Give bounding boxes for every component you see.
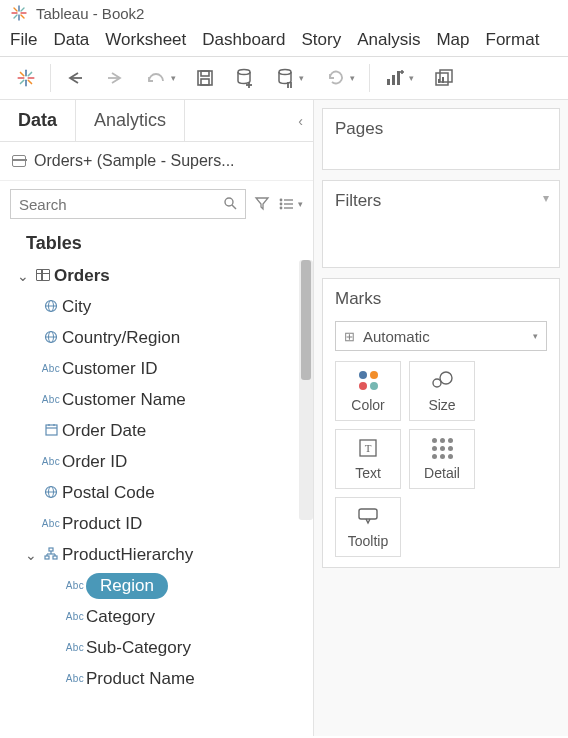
menu-format[interactable]: Format bbox=[486, 30, 540, 50]
svg-point-42 bbox=[280, 207, 283, 210]
mark-detail-button[interactable]: Detail bbox=[409, 429, 475, 489]
save-button[interactable] bbox=[185, 56, 225, 100]
svg-rect-59 bbox=[53, 556, 57, 559]
chevron-down-icon: ▾ bbox=[533, 331, 538, 341]
datasource-name: Orders+ (Sample - Supers... bbox=[34, 152, 235, 170]
menu-data[interactable]: Data bbox=[53, 30, 89, 50]
field-region[interactable]: Abc Region bbox=[0, 570, 313, 601]
field-label: Order ID bbox=[62, 452, 295, 472]
mark-text-label: Text bbox=[355, 465, 381, 481]
field-customer-id[interactable]: Abc Customer ID bbox=[0, 353, 313, 384]
svg-point-40 bbox=[280, 203, 283, 206]
svg-rect-57 bbox=[49, 548, 53, 551]
filters-card[interactable]: Filters ▾ bbox=[322, 180, 560, 268]
field-postal-code[interactable]: Postal Code bbox=[0, 477, 313, 508]
pages-title: Pages bbox=[335, 119, 547, 139]
filters-menu-icon[interactable]: ▾ bbox=[543, 191, 549, 205]
filters-title: Filters bbox=[335, 191, 547, 211]
marks-grid: Color Size T Text Detail Tooltip bbox=[335, 361, 547, 557]
field-order-id[interactable]: Abc Order ID bbox=[0, 446, 313, 477]
svg-point-24 bbox=[279, 70, 291, 75]
mark-type-select[interactable]: ⊞ Automatic ▾ bbox=[335, 321, 547, 351]
svg-rect-20 bbox=[201, 79, 209, 85]
svg-line-12 bbox=[20, 72, 23, 75]
mark-color-label: Color bbox=[351, 397, 384, 413]
chevron-down-icon: ▾ bbox=[299, 73, 304, 83]
field-label: Product ID bbox=[62, 514, 295, 534]
svg-rect-34 bbox=[438, 79, 440, 83]
field-city[interactable]: City bbox=[0, 291, 313, 322]
filter-icon[interactable] bbox=[254, 195, 270, 214]
collapse-panel-button[interactable]: ‹ bbox=[298, 113, 303, 129]
menu-worksheet[interactable]: Worksheet bbox=[105, 30, 186, 50]
table-row-orders[interactable]: ⌄ Orders bbox=[0, 260, 313, 291]
refresh-button[interactable]: ▾ bbox=[315, 56, 365, 100]
pause-autoupdate-button[interactable]: ▾ bbox=[265, 56, 315, 100]
abc-icon: Abc bbox=[64, 673, 86, 684]
toolbar: ▾ ▾ ▾ ▾ bbox=[0, 56, 568, 100]
hierarchy-label: ProductHierarchy bbox=[62, 545, 295, 565]
field-category[interactable]: Abc Category bbox=[0, 601, 313, 632]
field-product-id[interactable]: Abc Product ID bbox=[0, 508, 313, 539]
field-country-region[interactable]: Country/Region bbox=[0, 322, 313, 353]
menu-dashboard[interactable]: Dashboard bbox=[202, 30, 285, 50]
new-datasource-button[interactable] bbox=[225, 56, 265, 100]
svg-point-38 bbox=[280, 199, 283, 202]
scrollbar-thumb[interactable] bbox=[301, 260, 311, 380]
search-icon bbox=[223, 196, 237, 213]
tab-analytics[interactable]: Analytics bbox=[76, 100, 185, 141]
field-sub-category[interactable]: Abc Sub-Category bbox=[0, 632, 313, 663]
field-label: City bbox=[62, 297, 295, 317]
view-options-button[interactable]: ▾ bbox=[278, 197, 303, 211]
mark-text-button[interactable]: T Text bbox=[335, 429, 401, 489]
text-icon: T bbox=[358, 437, 378, 459]
menu-file[interactable]: File bbox=[10, 30, 37, 50]
svg-rect-33 bbox=[440, 70, 452, 82]
field-label: Category bbox=[86, 607, 295, 627]
globe-icon bbox=[40, 485, 62, 501]
globe-icon bbox=[40, 299, 62, 315]
chevron-down-icon: ▾ bbox=[350, 73, 355, 83]
collapse-toggle-icon[interactable]: ⌄ bbox=[22, 547, 40, 563]
tableau-start-button[interactable] bbox=[6, 56, 46, 100]
svg-point-21 bbox=[238, 70, 250, 75]
size-icon bbox=[430, 369, 454, 391]
field-label: Sub-Category bbox=[86, 638, 295, 658]
duplicate-sheet-button[interactable] bbox=[424, 56, 464, 100]
collapse-toggle-icon[interactable]: ⌄ bbox=[14, 268, 32, 284]
titlebar: Tableau - Book2 bbox=[0, 0, 568, 26]
scrollbar[interactable] bbox=[299, 260, 313, 520]
automatic-icon: ⊞ bbox=[344, 329, 355, 344]
back-button[interactable] bbox=[55, 56, 95, 100]
search-input[interactable] bbox=[19, 196, 223, 213]
svg-line-4 bbox=[14, 8, 17, 11]
hierarchy-icon bbox=[40, 547, 62, 563]
table-label: Orders bbox=[54, 266, 295, 286]
tab-data[interactable]: Data bbox=[0, 100, 76, 141]
field-product-name[interactable]: Abc Product Name bbox=[0, 663, 313, 694]
svg-rect-50 bbox=[46, 425, 57, 435]
field-label: Product Name bbox=[86, 669, 295, 689]
field-order-date[interactable]: Order Date bbox=[0, 415, 313, 446]
forward-button[interactable] bbox=[95, 56, 135, 100]
abc-icon: Abc bbox=[40, 518, 62, 529]
search-input-container[interactable] bbox=[10, 189, 246, 219]
menu-map[interactable]: Map bbox=[436, 30, 469, 50]
marks-title: Marks bbox=[335, 289, 547, 309]
menu-story[interactable]: Story bbox=[301, 30, 341, 50]
svg-line-37 bbox=[232, 205, 236, 209]
menu-analysis[interactable]: Analysis bbox=[357, 30, 420, 50]
mark-size-button[interactable]: Size bbox=[409, 361, 475, 421]
mark-color-button[interactable]: Color bbox=[335, 361, 401, 421]
main-area: Data Analytics ‹ Orders+ (Sample - Super… bbox=[0, 100, 568, 736]
hierarchy-producthierarchy[interactable]: ⌄ ProductHierarchy bbox=[0, 539, 313, 570]
window-title: Tableau - Book2 bbox=[36, 5, 144, 22]
tooltip-icon bbox=[357, 505, 379, 527]
field-customer-name[interactable]: Abc Customer Name bbox=[0, 384, 313, 415]
new-worksheet-button[interactable]: ▾ bbox=[374, 56, 424, 100]
right-panel: Pages Filters ▾ Marks ⊞ Automatic ▾ Colo… bbox=[314, 100, 568, 736]
pages-card[interactable]: Pages bbox=[322, 108, 560, 170]
datasource-row[interactable]: Orders+ (Sample - Supers... bbox=[0, 142, 313, 181]
mark-tooltip-button[interactable]: Tooltip bbox=[335, 497, 401, 557]
undo-redo-button[interactable]: ▾ bbox=[135, 56, 185, 100]
